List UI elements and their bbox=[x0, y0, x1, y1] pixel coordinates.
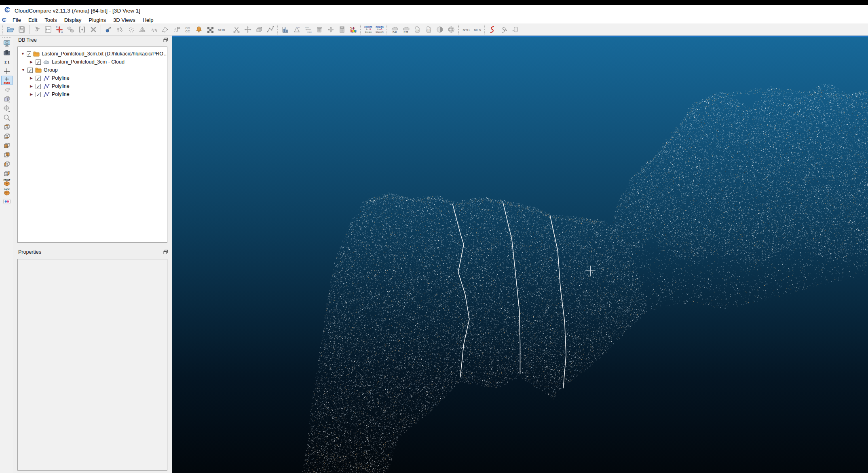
sf-delete-button[interactable] bbox=[314, 24, 325, 35]
cross-section-button[interactable] bbox=[253, 24, 265, 35]
sf-show-histogram-button[interactable] bbox=[280, 24, 291, 35]
trace-polyline-button[interactable] bbox=[265, 24, 276, 35]
refresh-display-button[interactable] bbox=[1, 38, 13, 48]
point-list-picking-button[interactable] bbox=[114, 24, 125, 35]
sections-button[interactable] bbox=[498, 24, 509, 35]
db-tree-float-button[interactable] bbox=[163, 37, 169, 43]
toolbar-drag-handle[interactable] bbox=[277, 25, 278, 34]
compute-normals-button[interactable] bbox=[148, 24, 159, 35]
menu-help[interactable]: Help bbox=[139, 17, 157, 23]
expand-arrow-icon[interactable]: ▶ bbox=[29, 74, 34, 82]
sf-color-scale-button[interactable]: SF bbox=[348, 24, 359, 35]
contour-extraction-button[interactable] bbox=[487, 24, 498, 35]
visibility-checkbox[interactable]: ✓ bbox=[27, 68, 33, 73]
delete-button[interactable] bbox=[88, 24, 99, 35]
zoom-1-1-button[interactable]: 1:1 bbox=[1, 57, 13, 66]
attributes-list-button[interactable] bbox=[42, 24, 54, 35]
visibility-checkbox[interactable]: ✓ bbox=[36, 84, 41, 89]
interactive-label-button[interactable] bbox=[171, 24, 182, 35]
expand-arrow-icon[interactable]: ▶ bbox=[29, 58, 34, 66]
collapse-arrow-icon[interactable]: ▼ bbox=[21, 50, 25, 58]
tree-item-polyline[interactable]: ▶✓Polyline bbox=[18, 74, 167, 82]
visibility-checkbox[interactable]: ✓ bbox=[36, 76, 41, 81]
unroll-button[interactable] bbox=[509, 24, 521, 35]
view-top-button[interactable] bbox=[1, 122, 13, 132]
menu-plugins[interactable]: Plugins bbox=[85, 17, 110, 23]
tree-item-lastoni_pointcloud_3cmtxt[interactable]: ▼✓Lastoni_Pointcloud_3cm.txt (D:/hlukaci… bbox=[18, 50, 167, 58]
normals-and-curvature-button[interactable]: N+C bbox=[460, 24, 472, 35]
set-view-orientation-button[interactable] bbox=[1, 94, 13, 104]
visibility-checkbox[interactable]: ✓ bbox=[36, 92, 41, 97]
toolbar-drag-handle[interactable] bbox=[458, 25, 459, 34]
expand-arrow-icon[interactable]: ▶ bbox=[29, 90, 34, 98]
render-sphere-button[interactable] bbox=[434, 24, 446, 35]
toolbar-drag-handle[interactable] bbox=[386, 25, 387, 34]
noise-filter-button[interactable] bbox=[205, 24, 216, 35]
mls-smoothing-button[interactable]: MLS bbox=[472, 24, 483, 35]
toolbar-drag-handle[interactable] bbox=[484, 25, 485, 34]
orient-normals-button[interactable] bbox=[159, 24, 171, 35]
toolbar-drag-handle[interactable] bbox=[360, 25, 361, 34]
zoom-global-button[interactable] bbox=[1, 66, 13, 76]
view-bottom-button[interactable] bbox=[1, 132, 13, 141]
menu-edit[interactable]: Edit bbox=[25, 17, 41, 23]
tree-item-group[interactable]: ▼✓Group bbox=[18, 66, 167, 74]
toolbar-drag-handle[interactable] bbox=[2, 25, 3, 34]
toolbar-drag-handle[interactable] bbox=[2, 37, 11, 38]
canupo-create-button[interactable]: CANUPOCreate bbox=[363, 24, 374, 35]
mdi-child-icon[interactable] bbox=[0, 17, 9, 23]
export-csv-button[interactable]: CSV bbox=[423, 24, 434, 35]
auto-pick-rotation-center-button[interactable]: auto bbox=[1, 76, 13, 85]
expand-arrow-icon[interactable]: ▶ bbox=[29, 82, 34, 90]
translate-rotate-button[interactable] bbox=[242, 24, 253, 35]
properties-float-button[interactable] bbox=[163, 249, 169, 255]
kd-tree-button[interactable]: Kd bbox=[389, 24, 400, 35]
sf-arithmetic-button[interactable] bbox=[336, 24, 348, 35]
export-shp-button[interactable]: SHP bbox=[412, 24, 423, 35]
compute-mesh-button[interactable] bbox=[137, 24, 148, 35]
sf-filter-by-value-button[interactable]: minmax bbox=[302, 24, 314, 35]
stereo-mode-button[interactable] bbox=[1, 197, 13, 206]
align-button[interactable] bbox=[65, 24, 76, 35]
viewport-3d[interactable] bbox=[172, 36, 868, 473]
db-tree: ▼✓Lastoni_Pointcloud_3cm.txt (D:/hlukaci… bbox=[17, 47, 167, 243]
save-button[interactable] bbox=[16, 24, 27, 35]
globe-button[interactable] bbox=[446, 24, 457, 35]
merge-button[interactable] bbox=[54, 24, 65, 35]
visibility-checkbox[interactable]: ✓ bbox=[36, 59, 41, 65]
open-button[interactable] bbox=[5, 24, 16, 35]
tree-item-polyline[interactable]: ▶✓Polyline bbox=[18, 90, 167, 98]
clone-button[interactable] bbox=[31, 24, 42, 35]
tree-item-lastoni_pointcloud_3cm[interactable]: ▶✓Lastoni_Pointcloud_3cm - Cloud bbox=[18, 58, 167, 66]
sor-filter-button[interactable]: SOR bbox=[216, 24, 227, 35]
view-right-button[interactable] bbox=[1, 169, 13, 178]
rotate-camera-button[interactable] bbox=[1, 85, 13, 94]
zoom-magnifier-button[interactable] bbox=[1, 113, 13, 122]
gaussian-filter-button[interactable] bbox=[193, 24, 205, 35]
visibility-checkbox[interactable]: ✓ bbox=[27, 51, 31, 57]
menu-file[interactable]: File bbox=[9, 17, 25, 23]
apply-transformation-button[interactable] bbox=[76, 24, 88, 35]
point-picking-button[interactable] bbox=[103, 24, 114, 35]
toggle-pivot-button[interactable] bbox=[1, 104, 13, 113]
view-back-button[interactable] bbox=[1, 150, 13, 159]
sf-gaussian-filter-button[interactable]: μ,σ bbox=[291, 24, 302, 35]
screenshot-button[interactable] bbox=[1, 48, 13, 57]
view-iso-front-button[interactable]: FRONT bbox=[1, 178, 13, 187]
menu-display[interactable]: Display bbox=[61, 17, 85, 23]
tree-item-polyline[interactable]: ▶✓Polyline bbox=[18, 82, 167, 90]
sf-add-button[interactable] bbox=[325, 24, 336, 35]
point-cloud-canvas[interactable] bbox=[172, 37, 868, 473]
segment-button[interactable] bbox=[231, 24, 242, 35]
view-iso-back-button[interactable]: BACK bbox=[1, 187, 13, 197]
menu-tools[interactable]: Tools bbox=[41, 17, 60, 23]
menu-3d-views[interactable]: 3D Views bbox=[110, 17, 139, 23]
sample-points-button[interactable] bbox=[125, 24, 137, 35]
collapse-arrow-icon[interactable]: ▼ bbox=[21, 66, 25, 74]
view-left-button[interactable] bbox=[1, 159, 13, 169]
polyline-icon bbox=[43, 75, 50, 81]
cloud-cloud-distance-button[interactable]: CCCC bbox=[182, 24, 193, 35]
canupo-classify-button[interactable]: CANUPOClassify bbox=[374, 24, 385, 35]
view-front-button[interactable] bbox=[1, 141, 13, 150]
fast-marching-button[interactable]: FM bbox=[400, 24, 412, 35]
